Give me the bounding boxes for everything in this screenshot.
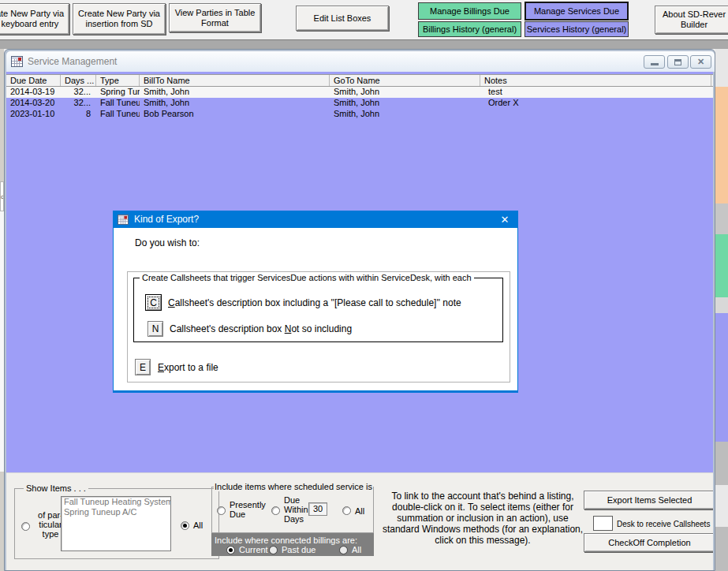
billings-history-button[interactable]: Billings History (general) <box>418 21 521 37</box>
column-header-type[interactable]: Type <box>96 75 140 86</box>
desk-receive-callsheets-label: Desk to receive Callsheets <box>617 520 710 528</box>
background-right-edge <box>715 234 728 297</box>
option-e-label: Export to a file <box>158 362 218 373</box>
backdrop-band <box>0 39 728 49</box>
about-sd-revenue-builder-button[interactable]: About SD-Rever Builder <box>655 6 728 34</box>
close-icon: ✕ <box>697 58 704 66</box>
calendar-app-icon <box>11 56 23 67</box>
bottom-panel: Show Items . . . of par- ticular type Fa… <box>6 472 713 570</box>
column-header-goto[interactable]: GoTo Name <box>330 75 480 86</box>
info-line: double-click on it. To select items (eit… <box>377 502 588 513</box>
info-line: click on this message). <box>377 535 588 546</box>
cell-days: 32... <box>61 98 96 109</box>
cell-notes <box>480 109 711 120</box>
radio-presently-due[interactable] <box>217 506 226 515</box>
accelerator-letter: E <box>158 362 164 373</box>
radio-billings-all[interactable] <box>339 546 348 554</box>
table-row[interactable]: 2014-03-19 32... Spring Tuneup ... Smith… <box>6 87 713 98</box>
background-right-edge <box>715 442 728 485</box>
label-line: Due <box>230 509 266 519</box>
manage-services-due-button[interactable]: Manage Services Due <box>525 2 629 21</box>
cell-goto: Smith, John <box>330 98 480 109</box>
cell-due-date: 2014-03-20 <box>6 98 61 109</box>
column-header-billto[interactable]: BillTo Name <box>140 75 330 86</box>
radio-show-all[interactable] <box>181 521 189 530</box>
button-label: Services History (general) <box>527 24 627 34</box>
info-line: standard Windows methods (for an explana… <box>377 524 588 535</box>
minimize-icon <box>651 63 659 65</box>
table-header: Due Date Days ... Type BillTo Name GoTo … <box>6 74 713 87</box>
label-line: Days <box>284 514 308 524</box>
table-row[interactable]: 2014-03-20 32... Fall Tuneup He... Smith… <box>6 98 713 109</box>
cell-goto: Smith, John <box>330 109 480 120</box>
label-segment: allsheet's description box including a '… <box>175 297 461 308</box>
column-header-due-date[interactable]: Due Date <box>6 75 61 86</box>
radio-of-particular-type[interactable] <box>21 522 30 531</box>
close-button[interactable]: ✕ <box>690 55 711 69</box>
radio-billings-past-due[interactable] <box>269 546 278 554</box>
background-right-edge <box>715 49 728 87</box>
button-label: Manage Services Due <box>534 6 619 16</box>
background-right-edge <box>715 203 728 234</box>
manage-billings-due-button[interactable]: Manage Billings Due <box>418 2 521 20</box>
desk-receive-callsheets-input[interactable] <box>593 516 613 531</box>
restore-button[interactable] <box>667 55 689 69</box>
new-party-keyboard-button[interactable]: ate New Party via keyboard entry <box>0 3 69 35</box>
new-party-insertion-button[interactable]: Create New Party via insertion from SD <box>73 3 166 35</box>
radio-scheduled-all[interactable] <box>342 506 351 515</box>
column-header-notes[interactable]: Notes <box>480 75 711 86</box>
table-row[interactable]: 2023-01-10 8 Fall Tuneup He... Bob Pears… <box>6 109 713 120</box>
dialog-close-icon[interactable]: ✕ <box>498 212 512 226</box>
option-n-button[interactable]: N <box>147 321 163 337</box>
radio-billings-past-due-label: Past due <box>282 545 315 554</box>
radio-show-all-label: All <box>193 521 203 530</box>
list-item[interactable]: Spring Tuneup A/C <box>62 507 170 517</box>
cell-type: Spring Tuneup ... <box>96 87 140 98</box>
days-input[interactable]: 30 <box>308 502 327 516</box>
label-line: Due <box>284 495 308 505</box>
screen: ate New Party via keyboard entry Create … <box>0 0 728 571</box>
cell-goto: Smith, John <box>330 87 480 98</box>
button-label-line: View Parties in Table <box>175 8 256 18</box>
button-label-line: About SD-Rever <box>663 9 726 20</box>
dialog-prompt: Do you wish to: <box>135 237 200 248</box>
info-line: To link to the account that's behind a l… <box>377 491 588 502</box>
checkoff-completion-button[interactable]: CheckOff Completion <box>584 533 713 552</box>
cell-billto: Smith, John <box>140 87 330 98</box>
dialog-titlebar: Kind of Export? ✕ <box>113 211 518 228</box>
button-label-line: insertion from SD <box>86 19 153 29</box>
minimize-button[interactable] <box>644 55 665 69</box>
radio-due-within-days[interactable] <box>271 506 280 515</box>
label-segment: xport to a file <box>164 362 218 373</box>
option-e-button[interactable]: E <box>135 359 151 375</box>
services-history-button[interactable]: Services History (general) <box>525 21 629 37</box>
kind-of-export-dialog: Kind of Export? ✕ Do you wish to: Create… <box>113 211 518 393</box>
type-listbox[interactable]: Fall Tuneup Heating System Spring Tuneup… <box>61 496 171 551</box>
link-help-message[interactable]: To link to the account that's behind a l… <box>377 491 588 546</box>
cell-type: Fall Tuneup He... <box>96 109 140 120</box>
cell-notes: Order X <box>480 98 711 109</box>
option-c-button[interactable]: C <box>145 294 162 311</box>
dialog-title: Kind of Export? <box>134 214 199 225</box>
export-items-selected-button[interactable]: Export Items Selected <box>584 491 713 509</box>
window-title: Service Management <box>28 56 117 67</box>
column-header-days[interactable]: Days ... <box>61 75 96 86</box>
background-right-edge <box>715 87 728 203</box>
cell-days: 32... <box>61 87 96 98</box>
cell-due-date: 2014-03-19 <box>6 87 61 98</box>
background-toolbar: ate New Party via keyboard entry Create … <box>0 0 728 39</box>
label-line: Within <box>284 505 308 514</box>
background-right-edge <box>715 313 728 442</box>
view-parties-button[interactable]: View Parties in Table Format <box>169 3 261 32</box>
label-segment: Callsheet's description box <box>170 323 285 334</box>
edit-list-boxes-button[interactable]: Edit List Boxes <box>296 6 389 31</box>
cell-days: 8 <box>61 109 96 120</box>
show-items-label: Show Items . . . <box>24 483 88 493</box>
label-segment: ot so including <box>291 323 352 334</box>
cell-billto: Bob Pearson <box>140 109 330 120</box>
list-item[interactable]: Fall Tuneup Heating System <box>62 497 170 507</box>
cell-notes: test <box>480 87 711 98</box>
connected-billings-label: Include where connected billings are: <box>215 536 357 545</box>
radio-billings-all-label: All <box>352 545 361 554</box>
radio-billings-current[interactable] <box>226 546 235 554</box>
